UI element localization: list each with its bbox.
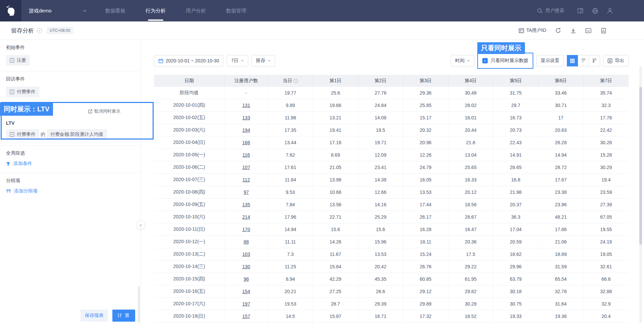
checkbox-checked-icon[interactable]: ✓ [482,58,488,63]
user-count-link[interactable]: 157 [242,314,250,319]
value-cell: 28.6 [358,285,403,297]
user-search[interactable]: 用户搜索 [537,8,564,14]
bars-view-toggle[interactable] [589,55,600,66]
user-count-link[interactable]: 131 [242,103,250,108]
user-count-link[interactable]: 88 [244,239,249,245]
user-account-icon[interactable] [606,7,613,14]
add-filter-link[interactable]: 添加条件 [6,161,32,167]
report-chart-icon[interactable] [600,28,606,34]
value-cell: 42.29 [313,273,358,285]
user-count-link[interactable]: 98 [244,276,249,282]
value-cell: 63.79 [493,273,538,285]
return-event-tag[interactable]: 付费事件 [6,87,39,97]
users-cell: 133 [225,112,268,124]
date-cell: 2020-10-09(五) [154,199,225,211]
mode-select[interactable]: 留存 [252,55,275,66]
users-cell: 170 [225,223,268,235]
trend-view-toggle[interactable] [578,55,589,66]
value-cell: 12.04 [448,323,493,325]
save-report-button[interactable]: 保存报表 [80,310,108,322]
value-cell: 11.37 [493,323,538,325]
initial-event-tag[interactable]: 注册 [6,55,30,66]
value-cell: 30.71 [538,99,583,111]
date-range-picker[interactable]: 2020-10-01 ~ 2020-10-30 [154,55,223,66]
user-count-link[interactable]: 97 [244,189,249,195]
user-count-link[interactable]: 166 [242,140,250,145]
value-cell: 10.04 [403,323,448,325]
sql-icon[interactable]: SQL [585,28,591,34]
cancel-simultaneous-link[interactable]: 取消同时展示 [88,108,120,114]
calculate-button[interactable]: 计 算 [112,310,135,322]
value-cell: 28.72 [538,161,583,173]
value-cell: 31.75 [493,87,538,99]
value-cell: 11.66 [584,323,629,325]
globe-icon[interactable] [592,7,598,14]
value-cell: 22.71 [313,211,358,223]
value-cell: 14.26 [313,236,358,248]
nav-item-data-management[interactable]: 数据管理 [226,0,246,21]
value-cell: 21.8 [448,137,493,149]
page-title: 留存分析 [11,27,34,35]
user-count-link[interactable]: 130 [242,264,250,269]
metric-measure-tag[interactable]: 付费金额.阶段累计人均值 [47,129,107,140]
add-grouping-link[interactable]: 添加分组项 [6,188,38,194]
user-count-link[interactable]: 112 [243,177,250,182]
value-cell: 29.22 [448,261,493,273]
value-cell: 7.47 [268,323,313,325]
main-scrollbar-thumb[interactable] [639,87,642,245]
nav-item-user-analysis[interactable]: 用户分析 [186,0,206,21]
value-cell: 24.19 [584,236,629,248]
value-cell: 30.28 [448,298,493,310]
group-icon [6,189,11,193]
value-cell: 16.47 [448,223,493,235]
user-count-link[interactable]: 133 [242,115,250,120]
value-cell: 28.67 [448,211,493,223]
value-cell: 13.98 [313,174,358,186]
users-cell: 103 [225,248,268,260]
user-count-link[interactable]: 107 [242,165,250,170]
value-cell: 67.05 [584,211,629,223]
show-only-simultaneous-label[interactable]: 只看同时展示数据 [491,58,528,64]
add-grouping-label: 添加分组项 [14,188,38,194]
sidebar-scrollbar[interactable] [138,286,140,323]
user-count-link[interactable]: 154 [242,289,250,294]
user-count-link[interactable]: 170 [242,227,250,232]
value-cell: 18.62 [493,248,538,260]
metric-event-tag[interactable]: 付费事件 [6,129,39,140]
refresh-icon[interactable] [555,28,561,34]
page-header-actions: TA用户ID SQL [518,28,606,34]
user-count-link[interactable]: 214 [242,214,250,220]
value-cell: 19.36 [538,310,583,322]
metric-definition-row: 付费事件 的 付费金额.阶段累计人均值 [6,126,135,140]
display-settings-button[interactable]: 显示设置 [536,55,564,66]
nav-item-behavior-analysis[interactable]: 行为分析 [146,0,166,21]
project-selector[interactable]: 游戏demo [29,8,87,14]
return-event-section: 回访事件 付费事件 [0,71,141,103]
info-icon[interactable]: i [37,28,42,33]
sidebar-collapse-button[interactable]: « [136,220,145,229]
date-cell: 2020-10-11(日) [154,223,225,235]
user-count-link[interactable]: 194 [242,127,250,133]
user-count-link[interactable]: 197 [242,301,250,307]
external-box-icon [88,109,93,114]
download-icon[interactable] [570,28,576,34]
user-count-link[interactable]: 135 [242,202,250,207]
table-row: 2020-10-16(五)15420.2127.2528.629.1229.82… [154,285,629,298]
ta-user-id-button[interactable]: TA用户ID [518,28,546,34]
granularity-select[interactable]: 7日 [227,55,248,66]
docs-panel-icon[interactable] [577,7,584,14]
user-count-link[interactable]: 103 [242,252,250,257]
app-logo[interactable] [0,0,21,21]
value-cell: 27.39 [584,199,629,211]
export-button[interactable]: 导出 [603,55,629,66]
users-cell: 166 [225,137,268,149]
funnel-icon [6,162,10,166]
column-header-9: 第7日 [584,75,629,87]
time-dimension-select[interactable]: 时间 [451,55,474,66]
table-view-toggle[interactable] [567,55,578,66]
nav-item-dashboards[interactable]: 数据看板 [105,0,125,21]
active-tab-underline [148,19,163,21]
value-cell: 16.71 [358,310,403,322]
value-cell: 14.38 [358,174,403,186]
user-count-link[interactable]: 116 [243,152,250,158]
